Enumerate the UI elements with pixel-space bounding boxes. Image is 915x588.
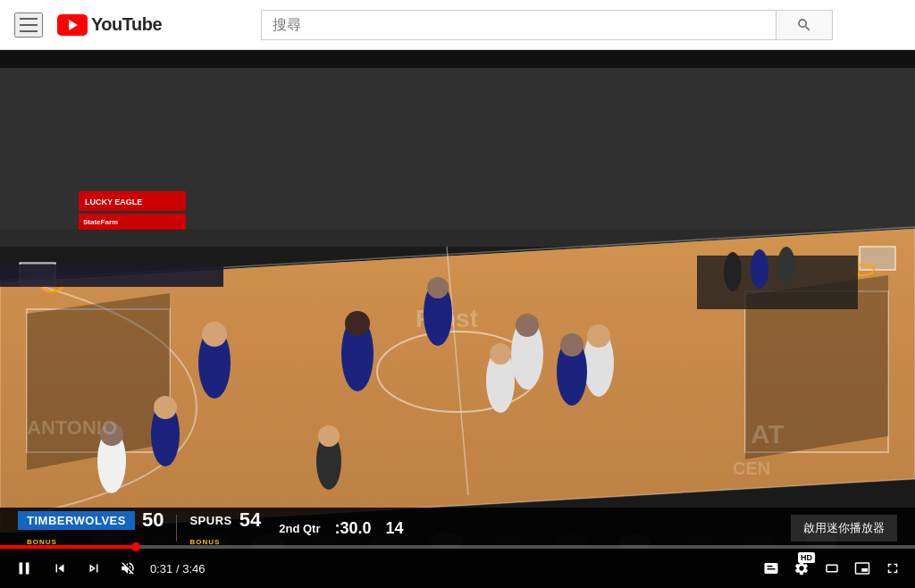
svg-point-45 xyxy=(427,277,449,298)
svg-point-27 xyxy=(202,322,227,347)
mini-player-ctrl-button[interactable] xyxy=(851,557,874,580)
youtube-logo[interactable]: YouTube xyxy=(57,14,162,36)
next-button[interactable] xyxy=(82,557,105,580)
hd-badge: HD xyxy=(798,552,815,563)
svg-marker-13 xyxy=(27,293,170,470)
svg-point-48 xyxy=(751,249,768,289)
time-current: 0:31 xyxy=(150,562,172,575)
search-input[interactable] xyxy=(261,10,776,40)
right-controls: HD xyxy=(760,557,904,580)
video-container[interactable]: LUCKY EAGLE StateFarm Frost xyxy=(0,50,915,588)
progress-fill xyxy=(0,545,136,549)
header-center xyxy=(193,10,901,40)
progress-bar[interactable] xyxy=(0,545,915,549)
subtitles-icon xyxy=(763,560,779,576)
next-icon xyxy=(86,560,102,576)
mute-icon xyxy=(120,560,136,576)
search-button[interactable] xyxy=(776,10,833,40)
svg-point-35 xyxy=(345,311,370,336)
youtube-logo-icon xyxy=(57,14,88,36)
team2-name: SPURS xyxy=(189,514,231,527)
svg-point-47 xyxy=(724,252,742,291)
svg-text:CEN: CEN xyxy=(733,458,770,478)
timberwolves-entry: TIMBERWOLVES 50 BONUS xyxy=(18,508,164,548)
svg-point-49 xyxy=(777,247,795,286)
fullscreen-icon xyxy=(885,560,901,576)
time-display: 0:31 / 3:46 xyxy=(150,562,205,575)
score-divider xyxy=(176,515,177,542)
hamburger-menu[interactable] xyxy=(14,13,43,38)
svg-point-37 xyxy=(516,314,539,337)
team1-score: 50 xyxy=(142,508,164,532)
game-details: 2nd Qtr :30.0 14 xyxy=(279,519,403,538)
game-clock: :30.0 xyxy=(334,519,371,538)
prev-button[interactable] xyxy=(48,557,71,580)
svg-text:ANTONIO: ANTONIO xyxy=(27,416,117,439)
theater-mode-button[interactable] xyxy=(820,557,844,580)
team1-name: TIMBERWOLVES xyxy=(18,511,135,530)
svg-rect-19 xyxy=(0,50,915,68)
mute-button[interactable] xyxy=(116,557,139,580)
spurs-entry: SPURS 54 BONUS xyxy=(189,508,261,548)
svg-rect-17 xyxy=(860,247,895,270)
settings-wrapper: HD xyxy=(790,557,813,580)
scoreboard-inner: TIMBERWOLVES 50 BONUS SPURS 54 BONUS xyxy=(18,508,897,548)
svg-point-41 xyxy=(560,333,583,357)
subtitles-button[interactable] xyxy=(760,557,783,580)
svg-point-29 xyxy=(154,396,177,419)
controls-bar: 0:31 / 3:46 HD xyxy=(0,549,915,588)
time-total: 3:46 xyxy=(182,562,205,575)
timberwolves-row: TIMBERWOLVES 50 xyxy=(18,508,164,532)
svg-text:AT: AT xyxy=(751,419,785,449)
theater-icon xyxy=(824,560,840,576)
search-icon xyxy=(796,17,812,33)
header: YouTube xyxy=(0,0,915,50)
svg-rect-46 xyxy=(697,256,858,309)
svg-text:StateFarm: StateFarm xyxy=(83,218,118,226)
team2-score: 54 xyxy=(239,508,261,532)
play-pause-button[interactable] xyxy=(11,555,38,582)
court-svg: LUCKY EAGLE StateFarm Frost xyxy=(0,50,915,549)
svg-point-43 xyxy=(490,343,511,365)
spurs-row: SPURS 54 xyxy=(189,508,261,532)
prev-icon xyxy=(52,560,68,576)
svg-point-33 xyxy=(318,425,340,447)
shot-clock: 14 xyxy=(386,519,404,538)
fullscreen-button[interactable] xyxy=(881,557,904,580)
mini-player-icon xyxy=(854,560,870,576)
svg-point-39 xyxy=(587,324,610,348)
quarter: 2nd Qtr xyxy=(279,522,320,535)
svg-text:LUCKY EAGLE: LUCKY EAGLE xyxy=(85,197,142,206)
youtube-logo-text: YouTube xyxy=(91,14,162,35)
header-left: YouTube xyxy=(14,13,193,38)
pause-icon xyxy=(14,559,34,578)
svg-rect-20 xyxy=(0,265,223,287)
mini-player-button[interactable]: 啟用迷你播放器 xyxy=(791,515,897,542)
search-bar xyxy=(261,10,833,40)
